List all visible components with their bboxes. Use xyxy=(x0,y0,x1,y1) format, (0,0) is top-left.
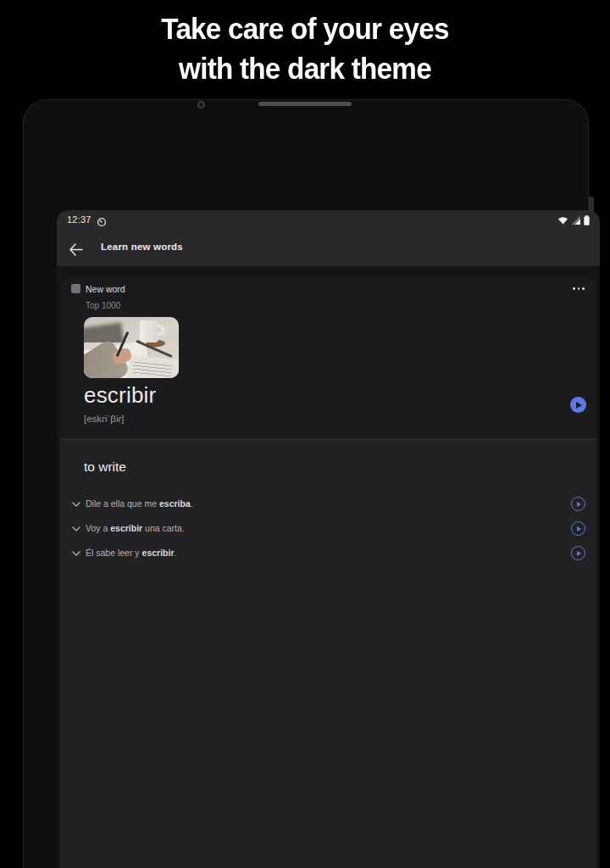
play-icon xyxy=(577,551,581,556)
promo-headline: Take care of your eyes with the dark the… xyxy=(15,8,595,88)
word-text: escribir xyxy=(84,382,156,409)
new-word-label: New word xyxy=(86,284,125,294)
notification-circle-icon xyxy=(97,215,107,225)
example-suffix: . xyxy=(191,498,193,509)
play-icon xyxy=(576,402,582,409)
example-play-button[interactable] xyxy=(571,546,585,560)
collection-label: Top 1000 xyxy=(86,301,120,310)
word-translation: to write xyxy=(84,459,126,475)
cell-signal-icon xyxy=(571,215,581,225)
example-play-button[interactable] xyxy=(571,521,585,536)
wifi-icon xyxy=(557,215,568,225)
top-bars: 12:37 xyxy=(57,210,600,266)
tablet-frame: 12:37 xyxy=(23,99,589,868)
example-suffix: . xyxy=(175,548,177,558)
example-sentence: Dile a ella que me escriba. xyxy=(86,498,193,509)
play-icon xyxy=(577,526,581,531)
expand-button[interactable] xyxy=(70,524,82,534)
example-suffix: una carta. xyxy=(142,523,185,533)
word-photo xyxy=(84,317,179,378)
example-row: Voy a escribir una carta. xyxy=(60,520,596,537)
photo-mug xyxy=(140,320,158,342)
example-row: Él sabe leer y escribir. xyxy=(60,545,596,562)
word-transcription: [eskɾiˈβiɾ] xyxy=(84,414,125,424)
word-card: New word Top 1000 escri xyxy=(60,277,596,868)
front-camera xyxy=(197,101,205,108)
example-highlight: escribir xyxy=(110,523,142,533)
photo-mug-handle xyxy=(157,325,164,336)
status-bar: 12:37 xyxy=(57,210,600,231)
example-prefix: Dile a ella que me xyxy=(86,498,159,509)
example-highlight: escriba xyxy=(159,498,191,509)
expand-button[interactable] xyxy=(70,548,82,559)
example-highlight: escribir xyxy=(142,548,175,558)
back-button[interactable] xyxy=(65,239,86,259)
overflow-menu-icon[interactable] xyxy=(571,282,586,295)
chevron-down-icon xyxy=(72,502,80,507)
expand-button[interactable] xyxy=(70,499,82,509)
battery-icon xyxy=(584,215,590,225)
arrow-left-icon xyxy=(69,243,83,256)
chevron-down-icon xyxy=(72,551,80,556)
example-sentence: Voy a escribir una carta. xyxy=(86,523,185,533)
example-row: Dile a ella que me escriba. xyxy=(60,496,596,513)
example-sentence: Él sabe leer y escribir. xyxy=(86,548,176,558)
word-select-checkbox[interactable] xyxy=(71,284,80,293)
speaker-grille xyxy=(258,102,352,106)
page-title: Learn new words xyxy=(101,242,183,252)
device-screen: 12:37 xyxy=(57,210,600,868)
promo-headline-line2: with the dark theme xyxy=(15,48,595,88)
example-prefix: Él sabe leer y xyxy=(86,548,142,558)
promo-headline-line1: Take care of your eyes xyxy=(15,8,595,48)
example-play-button[interactable] xyxy=(571,497,585,511)
app-bar: Learn new words xyxy=(57,231,600,266)
play-icon xyxy=(577,502,581,507)
word-play-button[interactable] xyxy=(570,397,586,413)
status-icons xyxy=(557,215,590,225)
example-prefix: Voy a xyxy=(86,523,110,533)
chevron-down-icon xyxy=(72,526,80,531)
word-card-top-section: New word Top 1000 escri xyxy=(60,277,596,440)
status-time: 12:37 xyxy=(67,214,92,225)
